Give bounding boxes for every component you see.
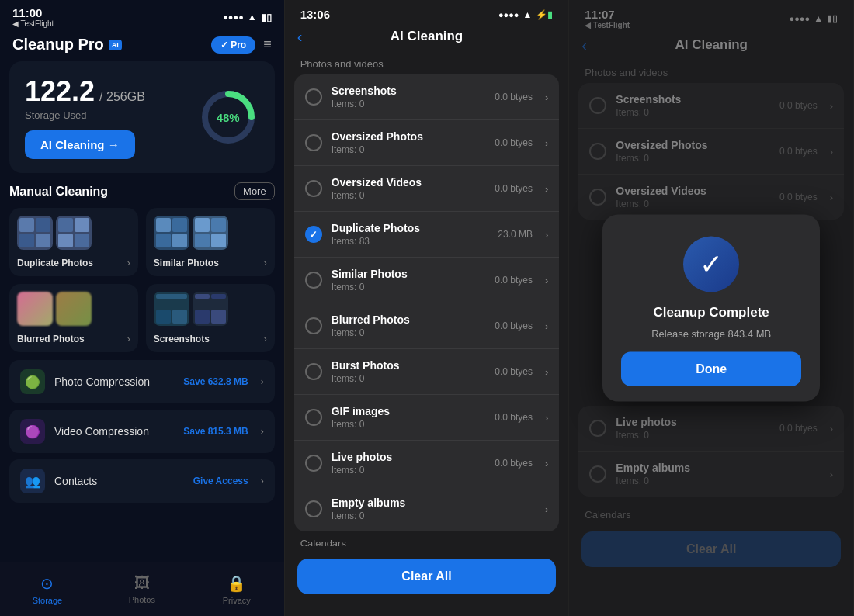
s2-size-gif-images: 0.0 btyes xyxy=(495,412,533,423)
s3-info-oversized-photos: Oversized Photos Items: 0 xyxy=(616,139,770,164)
s3-item-screenshots: Screenshots Items: 0 0.0 btyes › xyxy=(578,83,844,129)
more-button[interactable]: More xyxy=(234,182,275,200)
blurred-thumb-1 xyxy=(17,292,53,326)
modal-checkmark-icon: ✓ xyxy=(700,248,723,281)
modal-done-button[interactable]: Done xyxy=(621,352,801,386)
s2-chev-blurred-photos: › xyxy=(545,320,548,332)
screenshots-label: Screenshots xyxy=(154,334,210,344)
s2-size-live-photos: 0.0 btyes xyxy=(495,458,533,469)
s2-item-duplicate-photos[interactable]: Duplicate Photos Items: 83 23.0 MB › xyxy=(294,212,560,258)
tab-photos[interactable]: 🖼 Photos xyxy=(95,562,189,616)
video-compress-arrow: › xyxy=(261,426,264,437)
s3-below-modal-list: Live photos Items: 0 0.0 btyes › Empty a… xyxy=(578,406,844,497)
s2-check-similar-photos[interactable] xyxy=(305,272,322,289)
status-bar-3: 11:07 ◀ TestFlight ●●●● ▲ ▮▯ xyxy=(569,0,853,34)
grid-item-similar-photos[interactable]: Similar Photos › xyxy=(146,208,275,276)
storage-total: / 256GB xyxy=(99,90,145,104)
s2-size-similar-photos: 0.0 btyes xyxy=(495,275,533,286)
photo-compression-item[interactable]: 🟢 Photo Compression Save 632.8 MB › xyxy=(9,360,275,403)
contacts-action: Give Access xyxy=(193,476,248,486)
s2-item-similar-photos[interactable]: Similar Photos Items: 0 0.0 btyes › xyxy=(294,258,560,303)
similar-thumb-2 xyxy=(193,216,228,250)
pro-label: ✓ Pro xyxy=(220,40,246,50)
s2-clear-all-button[interactable]: Clear All xyxy=(297,559,557,594)
s3-check-oversized-videos xyxy=(589,189,606,206)
s2-info-oversized-videos: Oversized Videos Items: 0 xyxy=(332,176,486,201)
s3-check-oversized-photos xyxy=(589,143,606,160)
modal-title: Cleanup Complete xyxy=(654,305,769,320)
menu-icon-1[interactable]: ≡ xyxy=(263,36,272,53)
list-items: 🟢 Photo Compression Save 632.8 MB › 🟣 Vi… xyxy=(9,360,275,503)
grid-item-screenshots[interactable]: Screenshots › xyxy=(146,284,275,352)
contacts-item[interactable]: 👥 Contacts Give Access › xyxy=(9,459,275,503)
app-title-1: Cleanup Pro AI xyxy=(12,36,122,54)
s2-item-gif-images[interactable]: GIF images Items: 0 0.0 btyes › xyxy=(294,395,560,441)
s2-check-oversized-photos[interactable] xyxy=(305,134,322,151)
s2-item-screenshots[interactable]: Screenshots Items: 0 0.0 btyes › xyxy=(294,74,560,120)
testflight-label-3: ◀ TestFlight xyxy=(585,21,630,29)
s3-clear-all-button: Clear All xyxy=(581,531,841,567)
grid-item-duplicate-photos[interactable]: Duplicate Photos › xyxy=(9,208,138,276)
ai-clean-btn-label: AI Cleaning → xyxy=(40,138,120,151)
s2-check-empty-albums[interactable] xyxy=(305,500,322,517)
storage-info: 122.2 / 256GB Storage Used AI Cleaning → xyxy=(25,75,197,159)
s2-back-button[interactable]: ‹ xyxy=(297,28,303,46)
s2-check-duplicate-photos[interactable] xyxy=(305,226,322,243)
s3-check-live-photos xyxy=(589,420,606,437)
s2-check-blurred-photos[interactable] xyxy=(305,317,322,334)
screen-1: 11:00 ◀ TestFlight ●●●● ▲ ▮▯ Cleanup Pro… xyxy=(0,0,285,616)
s3-item-empty-albums: Empty albums Items: 0 › xyxy=(578,452,844,497)
s3-name-oversized-photos: Oversized Photos xyxy=(616,139,770,151)
video-compress-icon: 🟣 xyxy=(20,419,45,444)
s2-chev-screenshots: › xyxy=(545,92,548,103)
s2-item-live-photos[interactable]: Live photos Items: 0 0.0 btyes › xyxy=(294,441,560,486)
tab-bar-1: ⊙ Storage 🖼 Photos 🔒 Privacy xyxy=(0,562,284,616)
s3-check-empty-albums xyxy=(589,465,606,483)
s3-info-oversized-videos: Oversized Videos Items: 0 xyxy=(616,185,770,209)
s2-check-oversized-videos[interactable] xyxy=(305,180,322,197)
screen-3: 11:07 ◀ TestFlight ●●●● ▲ ▮▯ ‹ AI Cleani… xyxy=(569,0,854,616)
s3-sub-oversized-photos: Items: 0 xyxy=(616,153,770,164)
s2-check-gif-images[interactable] xyxy=(305,409,322,426)
app-name-label: Cleanup Pro xyxy=(12,36,104,54)
s2-check-burst-photos[interactable] xyxy=(305,363,322,380)
pro-badge-1[interactable]: ✓ Pro xyxy=(211,36,255,54)
s3-name-live-photos: Live photos xyxy=(616,416,770,428)
s2-item-blurred-photos[interactable]: Blurred Photos Items: 0 0.0 btyes › xyxy=(294,303,560,349)
photo-compress-label: Photo Compression xyxy=(54,375,174,388)
s2-item-oversized-photos[interactable]: Oversized Photos Items: 0 0.0 btyes › xyxy=(294,120,560,166)
tab-privacy[interactable]: 🔒 Privacy xyxy=(189,562,284,616)
testflight-label-1: ◀ TestFlight xyxy=(12,19,54,28)
privacy-tab-icon: 🔒 xyxy=(227,574,246,593)
status-bar-left-1: 11:00 ◀ TestFlight xyxy=(12,6,54,28)
s3-item-oversized-photos: Oversized Photos Items: 0 0.0 btyes › xyxy=(578,129,844,175)
s2-name-live-photos: Live photos xyxy=(332,451,486,463)
s2-item-burst-photos[interactable]: Burst Photos Items: 0 0.0 btyes › xyxy=(294,349,560,395)
s2-chev-similar-photos: › xyxy=(545,275,548,286)
cleanup-complete-modal: ✓ Cleanup Complete Release storage 843.4… xyxy=(602,215,820,402)
video-compression-item[interactable]: 🟣 Video Compression Save 815.3 MB › xyxy=(9,410,275,453)
s2-bottom-bar: Clear All xyxy=(285,546,569,616)
s2-sub-oversized-photos: Items: 0 xyxy=(332,144,486,155)
s3-back-button: ‹ xyxy=(581,36,587,54)
contacts-icon: 👥 xyxy=(20,469,45,493)
grid-item-blurred-photos[interactable]: Blurred Photos › xyxy=(9,284,138,352)
photos-tab-icon: 🖼 xyxy=(134,574,150,592)
s3-title: AI Cleaning xyxy=(675,37,748,53)
similar-label: Similar Photos xyxy=(154,258,219,268)
s2-check-live-photos[interactable] xyxy=(305,455,322,472)
ai-clean-button[interactable]: AI Cleaning → xyxy=(25,130,135,159)
tab-storage[interactable]: ⊙ Storage xyxy=(0,562,95,616)
battery-icon-2: ⚡▮ xyxy=(536,9,553,20)
s2-name-burst-photos: Burst Photos xyxy=(332,359,486,372)
modal-success-icon: ✓ xyxy=(683,237,739,292)
s2-check-screenshots[interactable] xyxy=(305,88,322,106)
battery-icon-1: ▮▯ xyxy=(261,12,272,23)
s2-name-similar-photos: Similar Photos xyxy=(332,268,486,280)
contacts-label: Contacts xyxy=(54,475,184,487)
s3-nav: ‹ AI Cleaning xyxy=(569,34,853,61)
s2-item-oversized-videos[interactable]: Oversized Videos Items: 0 0.0 btyes › xyxy=(294,166,560,212)
photo-compress-icon: 🟢 xyxy=(20,369,45,394)
similar-arrow: › xyxy=(264,258,267,268)
s2-item-empty-albums[interactable]: Empty albums Items: 0 › xyxy=(294,486,560,531)
